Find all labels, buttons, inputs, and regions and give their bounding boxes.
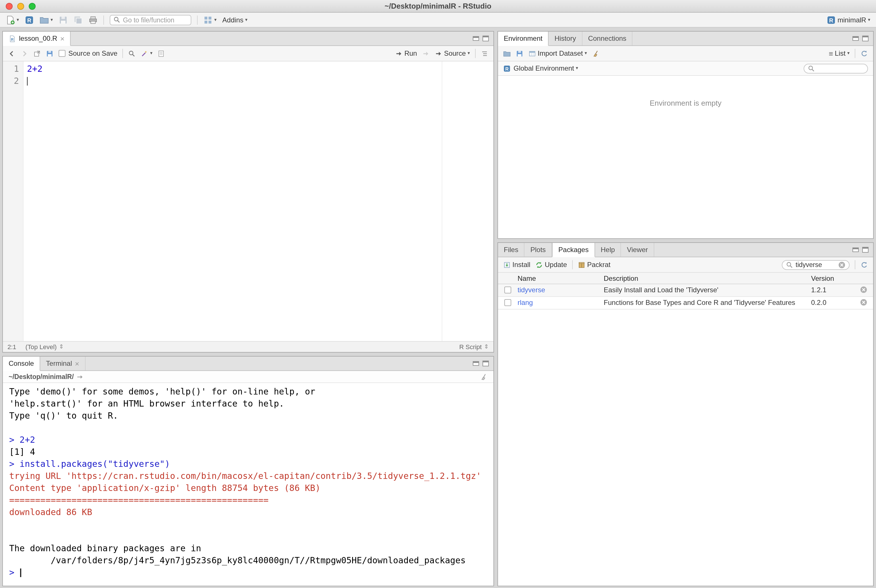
load-workspace-button[interactable] [503, 50, 511, 57]
goto-file-field[interactable] [110, 15, 191, 25]
save-workspace-button[interactable] [516, 50, 523, 57]
source-button[interactable]: Source ▾ [435, 50, 470, 57]
install-package-button[interactable]: Install [503, 261, 530, 269]
addins-label: Addins [222, 16, 243, 24]
code-tools-button[interactable]: ▾ [141, 50, 153, 57]
package-version: 0.2.0 [811, 298, 853, 307]
forward-button[interactable] [21, 50, 28, 57]
back-button[interactable] [8, 50, 15, 57]
clear-environment-button[interactable] [592, 50, 600, 57]
console-prompt-line[interactable]: > [9, 567, 487, 579]
maximize-pane-icon[interactable] [862, 247, 868, 253]
clear-search-icon[interactable] [838, 261, 846, 268]
tab-files[interactable]: Files [498, 243, 525, 256]
save-all-button[interactable] [74, 15, 83, 24]
maximize-pane-icon[interactable] [482, 361, 489, 366]
file-type-selector[interactable]: R Script ⇕ [459, 344, 489, 350]
import-dataset-button[interactable]: Import Dataset ▾ [529, 50, 587, 57]
environment-empty-message: Environment is empty [650, 99, 721, 107]
close-icon[interactable]: × [60, 35, 64, 42]
packages-search-field[interactable] [782, 260, 850, 270]
code-editor[interactable]: 1 2 2+2 [3, 62, 493, 341]
tab-connections[interactable]: Connections [582, 32, 633, 45]
rstudio-window: ~/Desktop/minimalR - RStudio ▾ R ▾ [0, 0, 876, 588]
tab-console[interactable]: Console [3, 357, 40, 371]
maximize-pane-icon[interactable] [482, 36, 489, 41]
package-name-link[interactable]: rlang [518, 298, 604, 307]
package-checkbox[interactable] [504, 286, 511, 293]
find-replace-button[interactable] [128, 50, 136, 57]
update-label: Update [545, 261, 567, 269]
document-outline-button[interactable] [481, 50, 488, 57]
remove-package-button[interactable] [853, 298, 873, 306]
minimize-pane-icon[interactable] [852, 248, 859, 252]
package-checkbox[interactable] [504, 299, 511, 306]
console-line: > install.packages("tidyverse") [9, 458, 487, 470]
tab-packages[interactable]: Packages [552, 243, 595, 257]
refresh-packages-button[interactable] [861, 261, 868, 268]
maximize-pane-icon[interactable] [862, 36, 868, 41]
console-line [9, 422, 487, 434]
goto-directory-arrow-icon[interactable] [77, 373, 84, 380]
chevron-down-icon: ▾ [51, 18, 53, 22]
save-document-button[interactable] [46, 50, 53, 57]
rerun-button[interactable] [422, 50, 430, 57]
tab-plots[interactable]: Plots [525, 243, 552, 256]
svg-text:R: R [505, 66, 509, 71]
console-output[interactable]: Type 'demo()' for some demos, 'help()' f… [3, 383, 493, 586]
project-menu-button[interactable]: R minimalR ▾ [826, 15, 870, 24]
close-icon[interactable]: × [75, 360, 79, 367]
source-on-save-checkbox[interactable]: Source on Save [59, 50, 117, 57]
environment-search-field[interactable] [804, 63, 868, 73]
list-view-button[interactable]: ≡ List ▾ [829, 50, 850, 57]
minimize-pane-icon[interactable] [473, 36, 479, 41]
updown-icon: ⇕ [59, 344, 64, 350]
minimize-pane-icon[interactable] [852, 36, 859, 41]
text-cursor [27, 77, 27, 86]
code-area[interactable]: 2+2 [24, 62, 493, 341]
packages-search-input[interactable] [796, 261, 836, 268]
tab-environment[interactable]: Environment [498, 32, 549, 46]
addins-button[interactable]: Addins ▾ [222, 16, 247, 24]
minimize-pane-icon[interactable] [473, 361, 479, 366]
goto-file-input[interactable] [123, 16, 188, 23]
source-label: Source [444, 50, 466, 57]
remove-package-button[interactable] [853, 286, 873, 293]
tab-lesson-00-r[interactable]: R lesson_00.R × [3, 32, 71, 46]
tab-history[interactable]: History [549, 32, 583, 45]
open-in-new-window-button[interactable] [33, 50, 41, 57]
run-button[interactable]: Run [395, 50, 417, 57]
clear-console-button[interactable] [480, 373, 488, 380]
environment-scope-selector[interactable]: Global Environment ▾ [514, 64, 578, 72]
new-file-button[interactable]: ▾ [6, 15, 19, 24]
print-button[interactable] [89, 15, 98, 24]
working-directory: ~/Desktop/minimalR/ [9, 373, 74, 380]
pane-layout-button[interactable]: ▾ [203, 15, 216, 24]
console-line: downloaded 86 KB [9, 507, 487, 519]
console-line: ========================================… [9, 494, 487, 507]
column-header-version[interactable]: Version [811, 274, 853, 282]
column-header-name[interactable]: Name [518, 274, 604, 282]
open-file-button[interactable]: ▾ [40, 15, 53, 24]
environment-tabbar: Environment History Connections [498, 32, 873, 46]
new-project-button[interactable]: R [25, 15, 34, 24]
window-title: ~/Desktop/minimalR - RStudio [0, 0, 876, 13]
package-name-link[interactable]: tidyverse [518, 286, 604, 294]
save-button[interactable] [59, 15, 68, 24]
refresh-environment-button[interactable] [861, 50, 868, 57]
scope-selector[interactable]: (Top Level) ⇕ [26, 344, 64, 350]
toolbar-separator [572, 260, 573, 269]
tab-terminal[interactable]: Terminal × [40, 357, 86, 370]
packrat-button[interactable]: Packrat [578, 261, 610, 269]
save-icon [516, 50, 523, 57]
column-header-description[interactable]: Description [604, 274, 811, 282]
console-line: Type 'demo()' for some demos, 'help()' f… [9, 386, 487, 398]
console-pane: Console Terminal × ~/Desktop/minimalR/ [2, 356, 494, 586]
line-number-gutter: 1 2 [3, 62, 24, 341]
update-packages-button[interactable]: Update [536, 261, 567, 269]
compile-report-button[interactable] [158, 50, 165, 57]
tab-help[interactable]: Help [595, 243, 621, 256]
environment-search-input[interactable] [817, 65, 864, 72]
tab-viewer[interactable]: Viewer [621, 243, 654, 256]
checkbox-icon[interactable] [59, 50, 66, 57]
